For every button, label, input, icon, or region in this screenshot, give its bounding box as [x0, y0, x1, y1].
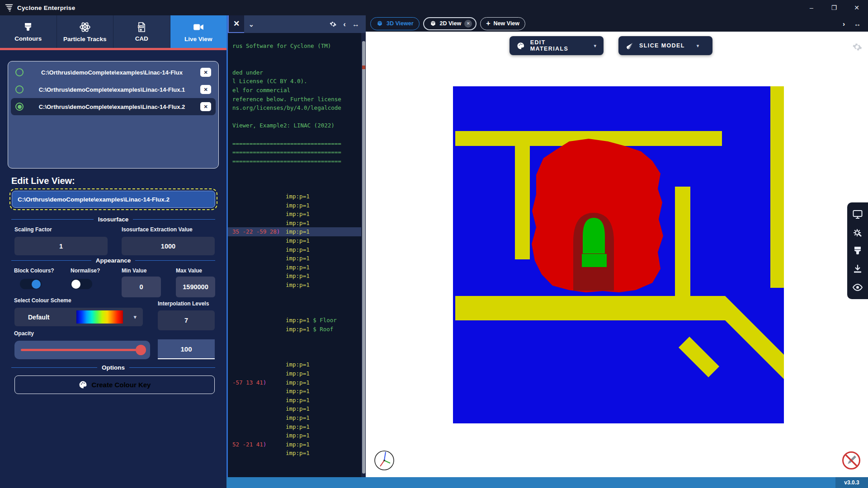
editor-line: imp:p=1	[228, 396, 361, 405]
editor-line: ns.org/licenses/by/4.0/legalcode	[228, 103, 361, 113]
maximize-button[interactable]: ❐	[823, 0, 845, 15]
tab-live-view[interactable]: Live View	[170, 15, 227, 48]
interpolation-levels-input[interactable]: 7	[158, 310, 215, 330]
max-value-input[interactable]: 1590000	[176, 277, 215, 297]
remove-file-icon[interactable]: ✕	[200, 68, 211, 77]
video-camera-icon	[193, 21, 204, 33]
file-row[interactable]: C:\Orthrus\demoComplete\examples\Linac-1…	[11, 64, 216, 81]
tab-label: CAD	[135, 35, 148, 42]
eye-icon[interactable]	[852, 282, 863, 293]
linac-2d-map[interactable]	[453, 86, 784, 423]
create-colour-key-button[interactable]: Create Colour Key	[14, 375, 215, 394]
opacity-slider[interactable]	[14, 341, 150, 359]
editor-settings-gear-icon[interactable]	[329, 20, 337, 28]
colour-scheme-label: Select Colour Scheme	[14, 297, 71, 304]
axis-orientation-gizmo[interactable]	[373, 450, 395, 471]
radio-button[interactable]	[15, 85, 24, 94]
editor-line	[228, 130, 361, 139]
tab-3d-viewer[interactable]: 3D Viewer	[370, 17, 420, 30]
edit-materials-label: EDIT MATERIALS	[530, 39, 582, 52]
view-tab-label: New View	[494, 20, 519, 27]
remove-file-icon[interactable]: ✕	[200, 102, 211, 111]
tab-new-view[interactable]: + New View	[480, 17, 525, 30]
cube-icon	[376, 20, 383, 27]
canvas-settings-gear-icon[interactable]	[852, 42, 863, 52]
version-badge: v3.0.3	[835, 477, 868, 488]
palette-icon	[517, 42, 525, 50]
opacity-value-input[interactable]: 100	[158, 339, 215, 359]
editor-line: el for commercial	[228, 86, 361, 95]
edit-live-view-heading: Edit Live View:	[11, 176, 75, 186]
file-row[interactable]: C:\Orthrus\demoComplete\examples\Linac-1…	[11, 98, 216, 115]
back-chevron-icon[interactable]: ‹	[343, 20, 346, 29]
viewer-side-toolbar	[847, 202, 868, 299]
settings-tools-icon[interactable]	[852, 227, 863, 238]
status-bar: v3.0.3	[226, 477, 868, 488]
palette-icon	[79, 380, 87, 389]
next-chevron-icon[interactable]: ›	[843, 20, 845, 28]
extraction-value-input[interactable]: 1000	[122, 237, 215, 255]
expand-horizontal-icon[interactable]: ↔	[854, 20, 861, 28]
slider-track	[21, 349, 138, 351]
remove-file-icon[interactable]: ✕	[200, 85, 211, 94]
editor-scrollbar[interactable]	[361, 33, 366, 477]
block-colours-toggle[interactable]	[20, 279, 42, 289]
accent-bar	[0, 48, 226, 50]
section-label: Isosurface	[98, 216, 129, 223]
chevron-down-icon[interactable]: ⌄	[249, 21, 254, 28]
minimize-button[interactable]: –	[800, 0, 823, 15]
editor-line: imp:p=1	[228, 192, 361, 201]
colour-scheme-dropdown[interactable]: Default ▾	[14, 308, 143, 326]
scaling-factor-input[interactable]: 1	[14, 237, 108, 255]
radio-button[interactable]	[15, 68, 24, 76]
title-bar: Cyclone Enterprise – ❐ ✕	[0, 0, 868, 15]
paint-brush-icon[interactable]	[852, 245, 863, 256]
display-icon[interactable]	[852, 209, 863, 220]
editor-line: ded under	[228, 68, 361, 77]
tab-particle-tracks[interactable]: Particle Tracks	[57, 15, 114, 48]
scrollbar-thumb[interactable]	[362, 41, 365, 474]
edit-materials-button[interactable]: EDIT MATERIALS ▾	[509, 36, 604, 55]
editor-line	[228, 298, 361, 307]
editor-line	[228, 165, 361, 174]
live-view-path-input[interactable]: C:\Orthrus\demoComplete\examples\Linac-1…	[12, 191, 215, 208]
atom-icon	[79, 21, 91, 33]
close-view-icon[interactable]: ✕	[464, 20, 472, 28]
editor-line: reference below. Further license	[228, 95, 361, 104]
download-icon[interactable]	[852, 263, 863, 274]
radio-button[interactable]	[15, 103, 24, 111]
editor-line	[228, 51, 361, 60]
editor-line	[228, 113, 361, 122]
tab-2d-view[interactable]: 2D View ✕	[423, 17, 477, 30]
linac-base	[582, 254, 607, 267]
mode-tabs: Contours Particle Tracks CAD CAD Live Vi…	[0, 15, 226, 48]
editor-content[interactable]: rus Software for Cyclone (TM)ded underl …	[228, 33, 361, 477]
section-label: Appearance	[96, 257, 131, 264]
normalise-toggle[interactable]	[71, 279, 92, 289]
editor-line: imp:p=1	[228, 210, 361, 219]
viewport-canvas[interactable]: EDIT MATERIALS ▾ SLICE MODEL ▾	[366, 32, 868, 477]
editor-line: -57 13 41)imp:p=1	[228, 378, 361, 387]
chevron-down-icon: ▾	[133, 314, 137, 320]
expand-horizontal-icon[interactable]: ↔	[352, 20, 359, 28]
extraction-value-label: Isosurface Extraction Value	[122, 226, 193, 233]
file-path: C:\Orthrus\demoComplete\examples\Linac-1…	[24, 103, 200, 110]
edit-disabled-icon[interactable]	[842, 451, 861, 470]
plus-icon: +	[486, 19, 490, 28]
min-value-input[interactable]: 0	[122, 277, 161, 297]
slider-knob[interactable]	[136, 345, 146, 355]
editor-line	[228, 290, 361, 299]
slice-model-button[interactable]: SLICE MODEL ▾	[618, 36, 712, 55]
tab-contours[interactable]: Contours	[0, 15, 57, 48]
editor-line: imp:p=1 $ Floor	[228, 316, 361, 325]
tab-label: Particle Tracks	[63, 36, 106, 42]
editor-line: imp:p=1	[228, 263, 361, 272]
editor-line: imp:p=1	[228, 245, 361, 254]
tab-cad[interactable]: CAD CAD	[113, 15, 170, 48]
tab-label: Contours	[14, 35, 42, 42]
editor-line: imp:p=1 $ Roof	[228, 325, 361, 334]
file-row[interactable]: C:\Orthrus\demoComplete\examples\Linac-1…	[11, 81, 216, 98]
cyclone-logo-icon	[5, 3, 14, 12]
close-editor-icon[interactable]: ✕	[228, 15, 244, 33]
close-button[interactable]: ✕	[845, 0, 868, 15]
